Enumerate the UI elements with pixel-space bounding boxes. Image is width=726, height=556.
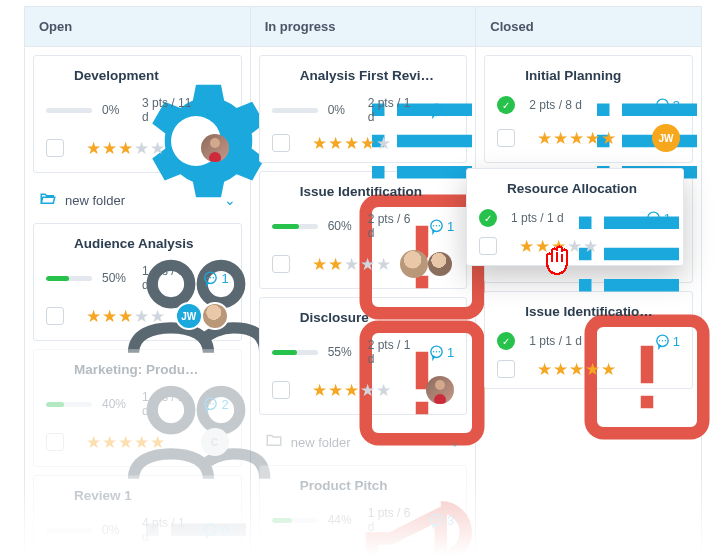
comment-badge[interactable]: 1 — [428, 344, 454, 361]
star-rating[interactable]: ★★★★★ — [86, 140, 193, 157]
card-title: Resource Allocation — [507, 181, 671, 196]
card-checkbox[interactable] — [272, 134, 290, 152]
users-icon — [46, 360, 64, 378]
progress-pct: 0% — [328, 103, 358, 117]
folder-label: new folder — [65, 193, 216, 208]
comment-badge[interactable]: 2 — [202, 102, 228, 119]
folder-open-icon — [39, 189, 57, 211]
card-title: Analysis First Revi… — [300, 68, 455, 83]
card-title: Review 1 — [74, 488, 229, 503]
card-dragging-resource[interactable]: Resource Allocation ✓ 1 pts / 1 d 1 ★★★★… — [466, 168, 684, 266]
progress-bar — [272, 108, 318, 113]
card-pts: 2 pts / 8 d — [529, 98, 643, 112]
comment-badge[interactable]: 1 — [645, 210, 671, 227]
card-pts: 4 pts / 1 d — [142, 516, 192, 544]
card-pts: 1 pts / 1 d — [529, 334, 643, 348]
card-marketing[interactable]: Marketing: Produ… 40% 1 pts / 1 d 2 ★★★★… — [33, 349, 242, 467]
card-checkbox[interactable] — [497, 360, 515, 378]
avatar[interactable]: C — [201, 428, 229, 456]
bullhorn-icon — [272, 476, 290, 494]
card-title: Disclosure — [300, 310, 455, 325]
comment-badge[interactable]: 0 — [202, 522, 228, 539]
progress-pct: 0% — [102, 523, 132, 537]
card-issue-identification[interactable]: Issue Identification 60% 2 pts / 6 d 1 ★… — [259, 171, 468, 289]
star-rating[interactable]: ★★★★★ — [312, 135, 455, 152]
card-checkbox[interactable] — [46, 307, 64, 325]
card-title: Audience Analysis — [74, 236, 229, 251]
star-rating[interactable]: ★★★★★ — [537, 130, 644, 147]
avatar[interactable] — [201, 302, 229, 330]
list-icon — [272, 66, 290, 84]
gear-icon — [46, 66, 64, 84]
card-pts: 1 pts / 6 d — [368, 506, 418, 534]
chevron-down-icon: ⌄ — [224, 192, 236, 208]
column-progress: In progress Analysis First Revi… 0% 2 pt… — [251, 6, 477, 556]
card-checkbox[interactable] — [479, 237, 497, 255]
column-header-closed: Closed — [476, 7, 701, 47]
card-pts: 2 pts / 6 d — [368, 212, 418, 240]
card-checkbox[interactable] — [46, 139, 64, 157]
card-audience[interactable]: Audience Analysis 50% 1 pts / 3 d 1 ★★★★… — [33, 223, 242, 341]
card-checkbox[interactable] — [46, 433, 64, 451]
comment-badge[interactable]: 1 — [654, 333, 680, 350]
avatar-jw[interactable]: JW — [175, 302, 203, 330]
card-analysis[interactable]: Analysis First Revi… 0% 2 pts / 1 d 0 ★★… — [259, 55, 468, 163]
progress-bar — [46, 528, 92, 533]
card-title: Development — [74, 68, 229, 83]
column-header-open: Open — [25, 7, 250, 47]
card-development[interactable]: Development 0% 3 pts / 11 d 2 ★★★★★ — [33, 55, 242, 173]
chevron-down-icon: ⌄ — [449, 434, 461, 450]
alert-icon — [272, 182, 290, 200]
folder-row[interactable]: new folder ⌄ — [259, 423, 468, 461]
card-review[interactable]: Review 1 0% 4 pts / 1 d 0 ★★★★★ — [33, 475, 242, 556]
card-pts: 3 pts / 11 d — [142, 96, 192, 124]
comment-badge[interactable]: 1 — [428, 218, 454, 235]
comment-badge[interactable]: 0 — [428, 102, 454, 119]
comment-badge[interactable]: 1 — [202, 270, 228, 287]
list-icon — [479, 179, 497, 197]
comment-badge[interactable]: 3 — [654, 97, 680, 114]
list-icon — [497, 66, 515, 84]
folder-icon — [265, 431, 283, 453]
progress-pct: 44% — [328, 513, 358, 527]
card-checkbox[interactable] — [497, 129, 515, 147]
card-title: Product Pitch — [300, 478, 455, 493]
progress-bar — [272, 350, 318, 355]
star-rating[interactable]: ★★★★★ — [86, 434, 193, 451]
progress-pct: 50% — [102, 271, 132, 285]
users-icon — [46, 234, 64, 252]
column-body-progress: Analysis First Revi… 0% 2 pts / 1 d 0 ★★… — [251, 47, 476, 556]
list-icon — [46, 486, 64, 504]
check-done-icon: ✓ — [479, 209, 497, 227]
card-pitch[interactable]: Product Pitch 44% 1 pts / 6 d 3 — [259, 465, 468, 541]
card-initial-planning[interactable]: Initial Planning ✓ 2 pts / 8 d 3 ★★★★★ J… — [484, 55, 693, 163]
card-checkbox[interactable] — [272, 255, 290, 273]
card-title: Marketing: Produ… — [74, 362, 229, 377]
avatar-jw[interactable]: JW — [652, 124, 680, 152]
folder-label: new folder — [291, 435, 442, 450]
star-rating[interactable]: ★★★★★ — [519, 238, 671, 255]
comment-badge[interactable]: 3 — [428, 512, 454, 529]
avatar[interactable] — [201, 134, 229, 162]
star-rating[interactable]: ★★★★★ — [312, 256, 393, 273]
progress-pct: 40% — [102, 397, 132, 411]
card-title: Issue Identification — [300, 184, 455, 199]
column-body-open: Development 0% 3 pts / 11 d 2 ★★★★★ new … — [25, 47, 250, 556]
alert-icon — [272, 308, 290, 326]
progress-pct: 60% — [328, 219, 358, 233]
progress-bar — [46, 276, 92, 281]
comment-badge[interactable]: 2 — [202, 396, 228, 413]
column-open: Open Development 0% 3 pts / 11 d 2 ★★★★★ — [24, 6, 251, 556]
progress-bar — [272, 518, 318, 523]
progress-pct: 55% — [328, 345, 358, 359]
progress-bar — [46, 108, 92, 113]
star-rating[interactable]: ★★★★★ — [537, 361, 680, 378]
card-pts: 1 pts / 1 d — [511, 211, 635, 225]
star-rating[interactable]: ★★★★★ — [86, 308, 167, 325]
card-pts: 2 pts / 1 d — [368, 338, 418, 366]
card-pts: 1 pts / 1 d — [142, 390, 192, 418]
progress-bar — [272, 224, 318, 229]
progress-pct: 0% — [102, 103, 132, 117]
card-pts: 2 pts / 1 d — [368, 96, 418, 124]
card-title: Initial Planning — [525, 68, 680, 83]
